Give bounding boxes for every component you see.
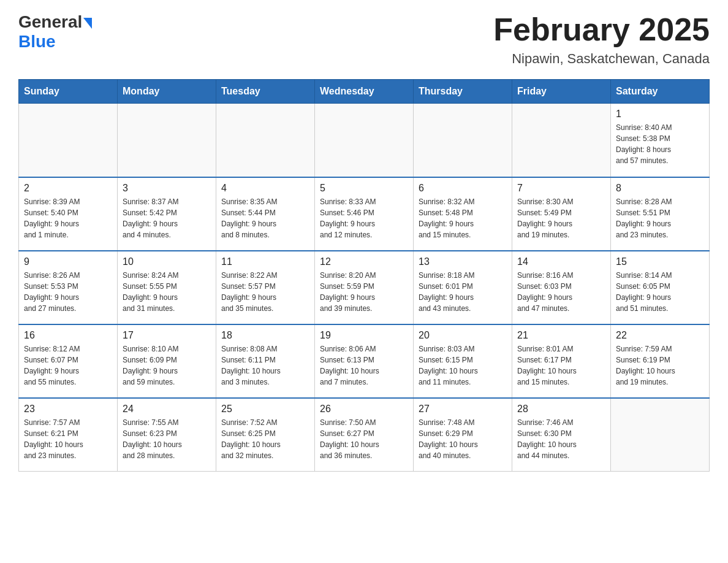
calendar-day-cell: 12Sunrise: 8:20 AMSunset: 5:59 PMDayligh…	[315, 251, 414, 324]
calendar-day-cell	[414, 104, 512, 177]
logo-arrow-icon	[83, 18, 92, 29]
calendar-day-cell: 3Sunrise: 8:37 AMSunset: 5:42 PMDaylight…	[118, 177, 216, 251]
header-thursday: Thursday	[414, 80, 512, 104]
day-info: Sunrise: 8:30 AMSunset: 5:49 PMDaylight:…	[517, 196, 605, 240]
calendar-day-cell: 28Sunrise: 7:46 AMSunset: 6:30 PMDayligh…	[512, 398, 611, 472]
day-number: 2	[24, 183, 112, 194]
day-number: 28	[517, 404, 605, 415]
day-info: Sunrise: 8:24 AMSunset: 5:55 PMDaylight:…	[123, 270, 211, 314]
logo-blue-text: Blue	[18, 32, 56, 51]
logo-general-text: General	[18, 12, 82, 32]
day-number: 15	[616, 256, 704, 267]
day-info: Sunrise: 8:26 AMSunset: 5:53 PMDaylight:…	[24, 270, 112, 314]
day-info: Sunrise: 8:39 AMSunset: 5:40 PMDaylight:…	[24, 196, 112, 240]
logo: General Blue	[18, 12, 92, 52]
calendar-day-cell: 2Sunrise: 8:39 AMSunset: 5:40 PMDaylight…	[19, 177, 118, 251]
day-info: Sunrise: 8:12 AMSunset: 6:07 PMDaylight:…	[24, 343, 112, 388]
calendar-week-row: 2Sunrise: 8:39 AMSunset: 5:40 PMDaylight…	[19, 177, 710, 251]
calendar-day-cell: 9Sunrise: 8:26 AMSunset: 5:53 PMDaylight…	[19, 251, 118, 324]
calendar-day-cell	[315, 104, 414, 177]
calendar-day-cell: 14Sunrise: 8:16 AMSunset: 6:03 PMDayligh…	[512, 251, 611, 324]
day-number: 9	[24, 256, 112, 267]
calendar-day-cell: 13Sunrise: 8:18 AMSunset: 6:01 PMDayligh…	[414, 251, 512, 324]
day-number: 4	[221, 183, 309, 194]
day-info: Sunrise: 8:22 AMSunset: 5:57 PMDaylight:…	[221, 270, 309, 314]
day-number: 5	[320, 183, 408, 194]
day-number: 22	[616, 330, 704, 341]
calendar-week-row: 1Sunrise: 8:40 AMSunset: 5:38 PMDaylight…	[19, 104, 710, 177]
day-number: 6	[419, 183, 507, 194]
day-info: Sunrise: 8:20 AMSunset: 5:59 PMDaylight:…	[320, 270, 408, 314]
header-friday: Friday	[512, 80, 611, 104]
day-info: Sunrise: 8:40 AMSunset: 5:38 PMDaylight:…	[616, 122, 704, 166]
day-info: Sunrise: 7:52 AMSunset: 6:25 PMDaylight:…	[221, 417, 309, 461]
day-info: Sunrise: 8:16 AMSunset: 6:03 PMDaylight:…	[517, 270, 605, 314]
day-number: 3	[123, 183, 211, 194]
calendar-day-cell: 4Sunrise: 8:35 AMSunset: 5:44 PMDaylight…	[216, 177, 315, 251]
day-number: 26	[320, 404, 408, 415]
calendar-day-cell: 23Sunrise: 7:57 AMSunset: 6:21 PMDayligh…	[19, 398, 118, 472]
calendar-day-cell: 24Sunrise: 7:55 AMSunset: 6:23 PMDayligh…	[118, 398, 216, 472]
day-number: 24	[123, 404, 211, 415]
calendar-week-row: 16Sunrise: 8:12 AMSunset: 6:07 PMDayligh…	[19, 324, 710, 398]
day-number: 1	[616, 109, 704, 120]
day-number: 8	[616, 183, 704, 194]
calendar-day-cell: 21Sunrise: 8:01 AMSunset: 6:17 PMDayligh…	[512, 324, 611, 398]
day-info: Sunrise: 8:01 AMSunset: 6:17 PMDaylight:…	[517, 343, 605, 388]
calendar-day-cell	[611, 398, 710, 472]
calendar-day-cell: 26Sunrise: 7:50 AMSunset: 6:27 PMDayligh…	[315, 398, 414, 472]
calendar-day-cell: 27Sunrise: 7:48 AMSunset: 6:29 PMDayligh…	[414, 398, 512, 472]
calendar-day-cell: 1Sunrise: 8:40 AMSunset: 5:38 PMDaylight…	[611, 104, 710, 177]
day-number: 13	[419, 256, 507, 267]
day-info: Sunrise: 7:57 AMSunset: 6:21 PMDaylight:…	[24, 417, 112, 461]
day-number: 27	[419, 404, 507, 415]
day-number: 16	[24, 330, 112, 341]
calendar-day-cell: 19Sunrise: 8:06 AMSunset: 6:13 PMDayligh…	[315, 324, 414, 398]
weekday-header-row: Sunday Monday Tuesday Wednesday Thursday…	[19, 80, 710, 104]
day-info: Sunrise: 7:50 AMSunset: 6:27 PMDaylight:…	[320, 417, 408, 461]
calendar-day-cell: 16Sunrise: 8:12 AMSunset: 6:07 PMDayligh…	[19, 324, 118, 398]
calendar-day-cell: 17Sunrise: 8:10 AMSunset: 6:09 PMDayligh…	[118, 324, 216, 398]
calendar-day-cell: 25Sunrise: 7:52 AMSunset: 6:25 PMDayligh…	[216, 398, 315, 472]
header-wednesday: Wednesday	[315, 80, 414, 104]
day-number: 11	[221, 256, 309, 267]
day-info: Sunrise: 8:08 AMSunset: 6:11 PMDaylight:…	[221, 343, 309, 388]
day-number: 10	[123, 256, 211, 267]
calendar-day-cell: 10Sunrise: 8:24 AMSunset: 5:55 PMDayligh…	[118, 251, 216, 324]
day-number: 7	[517, 183, 605, 194]
day-info: Sunrise: 8:06 AMSunset: 6:13 PMDaylight:…	[320, 343, 408, 388]
day-number: 20	[419, 330, 507, 341]
day-info: Sunrise: 8:37 AMSunset: 5:42 PMDaylight:…	[123, 196, 211, 240]
day-number: 25	[221, 404, 309, 415]
day-info: Sunrise: 7:48 AMSunset: 6:29 PMDaylight:…	[419, 417, 507, 461]
calendar-day-cell: 22Sunrise: 7:59 AMSunset: 6:19 PMDayligh…	[611, 324, 710, 398]
day-info: Sunrise: 8:35 AMSunset: 5:44 PMDaylight:…	[221, 196, 309, 240]
day-number: 18	[221, 330, 309, 341]
calendar-day-cell: 11Sunrise: 8:22 AMSunset: 5:57 PMDayligh…	[216, 251, 315, 324]
header-saturday: Saturday	[611, 80, 710, 104]
day-info: Sunrise: 8:32 AMSunset: 5:48 PMDaylight:…	[419, 196, 507, 240]
header-tuesday: Tuesday	[216, 80, 315, 104]
day-info: Sunrise: 8:33 AMSunset: 5:46 PMDaylight:…	[320, 196, 408, 240]
calendar-week-row: 9Sunrise: 8:26 AMSunset: 5:53 PMDaylight…	[19, 251, 710, 324]
day-info: Sunrise: 8:10 AMSunset: 6:09 PMDaylight:…	[123, 343, 211, 388]
day-number: 19	[320, 330, 408, 341]
day-number: 12	[320, 256, 408, 267]
page-header: General Blue February 2025 Nipawin, Sask…	[18, 12, 710, 67]
day-info: Sunrise: 7:59 AMSunset: 6:19 PMDaylight:…	[616, 343, 704, 388]
day-info: Sunrise: 7:55 AMSunset: 6:23 PMDaylight:…	[123, 417, 211, 461]
calendar-day-cell: 5Sunrise: 8:33 AMSunset: 5:46 PMDaylight…	[315, 177, 414, 251]
day-info: Sunrise: 7:46 AMSunset: 6:30 PMDaylight:…	[517, 417, 605, 461]
day-info: Sunrise: 8:18 AMSunset: 6:01 PMDaylight:…	[419, 270, 507, 314]
calendar-day-cell	[216, 104, 315, 177]
header-sunday: Sunday	[19, 80, 118, 104]
header-monday: Monday	[118, 80, 216, 104]
calendar-day-cell: 18Sunrise: 8:08 AMSunset: 6:11 PMDayligh…	[216, 324, 315, 398]
day-number: 21	[517, 330, 605, 341]
calendar-day-cell	[512, 104, 611, 177]
day-number: 23	[24, 404, 112, 415]
title-block: February 2025 Nipawin, Saskatchewan, Can…	[493, 12, 710, 67]
calendar-day-cell: 20Sunrise: 8:03 AMSunset: 6:15 PMDayligh…	[414, 324, 512, 398]
day-info: Sunrise: 8:28 AMSunset: 5:51 PMDaylight:…	[616, 196, 704, 240]
calendar-day-cell: 7Sunrise: 8:30 AMSunset: 5:49 PMDaylight…	[512, 177, 611, 251]
